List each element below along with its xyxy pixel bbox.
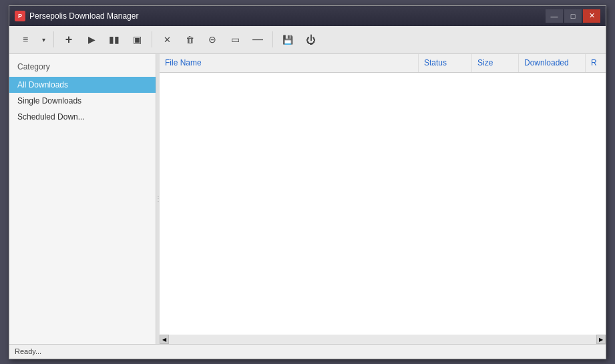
sidebar-item-single-downloads[interactable]: Single Downloads (9, 93, 156, 109)
add-download-button[interactable]: + (58, 29, 79, 50)
minimize-tray-button[interactable]: — (247, 29, 268, 50)
toolbar-separator-3 (272, 31, 273, 47)
window-controls: — □ ✕ (546, 9, 600, 23)
scroll-left-button[interactable]: ◀ (160, 335, 169, 344)
column-header-filename[interactable]: File Name (160, 54, 419, 72)
scrollbar-track[interactable] (169, 335, 596, 344)
toolbar: ≡ ▾ + ▶ ▮▮ ▣ ✕ 🗑 ⊝ ▭ — 💾 ⏻ (9, 26, 606, 54)
pause-button[interactable]: ▮▮ (104, 29, 125, 50)
table-body[interactable] (160, 73, 606, 335)
sidebar-header: Category (9, 59, 156, 77)
main-content: Category All Downloads Single Downloads … (9, 54, 606, 344)
window-title: Persepolis Download Manager (29, 11, 138, 21)
title-bar: P Persepolis Download Manager — □ ✕ (9, 6, 606, 26)
column-header-more[interactable]: R (586, 54, 606, 72)
table-header: File Name Status Size Downloaded R (160, 54, 606, 73)
column-header-size[interactable]: Size (472, 54, 519, 72)
properties-button[interactable]: ▣ (126, 29, 148, 50)
sidebar-item-scheduled-downloads[interactable]: Scheduled Down... (9, 109, 156, 125)
status-text: Ready... (15, 347, 41, 355)
app-icon: P (15, 11, 25, 21)
new-queue-button[interactable]: ▭ (224, 29, 246, 50)
close-window-button[interactable]: ✕ (583, 9, 600, 23)
scroll-right-button[interactable]: ▶ (596, 335, 606, 344)
status-bar: Ready... (9, 344, 606, 359)
delete-button[interactable]: 🗑 (179, 29, 200, 50)
maximize-window-button[interactable]: □ (564, 9, 582, 23)
sidebar: Category All Downloads Single Downloads … (9, 54, 156, 344)
resume-button[interactable]: ▶ (81, 29, 102, 50)
save-button[interactable]: 💾 (277, 29, 298, 50)
toolbar-separator-2 (152, 31, 152, 47)
minimize-window-button[interactable]: — (546, 9, 563, 23)
column-header-status[interactable]: Status (419, 54, 472, 72)
horizontal-scrollbar[interactable]: ◀ ▶ (160, 335, 606, 344)
column-header-downloaded[interactable]: Downloaded (519, 54, 586, 72)
table-area: File Name Status Size Downloaded R ◀ ▶ (160, 54, 606, 344)
move-button[interactable]: ⊝ (202, 29, 223, 50)
main-window: P Persepolis Download Manager — □ ✕ ≡ ▾ … (9, 5, 606, 359)
sidebar-item-all-downloads[interactable]: All Downloads (9, 77, 156, 93)
stop-button[interactable]: ✕ (156, 29, 178, 50)
toolbar-separator-1 (53, 31, 54, 47)
shutdown-button[interactable]: ⏻ (300, 29, 321, 50)
menu-dropdown-button[interactable]: ▾ (37, 29, 49, 50)
title-bar-left: P Persepolis Download Manager (15, 11, 138, 21)
menu-button[interactable]: ≡ (15, 29, 36, 50)
